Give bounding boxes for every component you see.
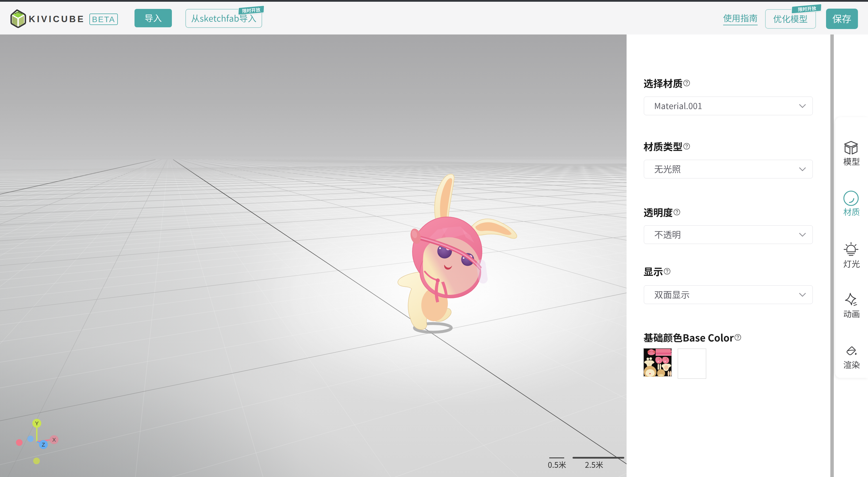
svg-text:Z: Z bbox=[42, 442, 45, 448]
svg-text:Y: Y bbox=[35, 420, 39, 426]
svg-text:X: X bbox=[52, 437, 56, 443]
